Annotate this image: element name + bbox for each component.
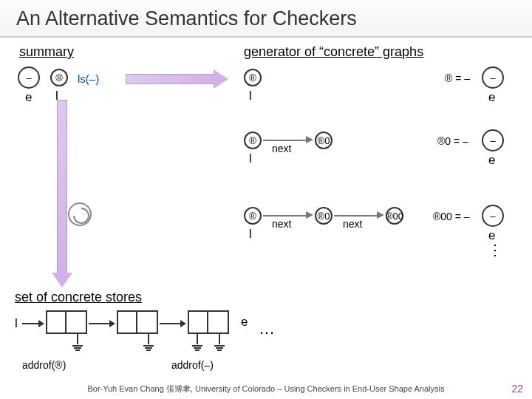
r2-arrow-line — [263, 140, 307, 141]
r3-edge-next2: next — [343, 218, 362, 230]
r2-node-dash: – — [482, 129, 504, 151]
r3-arrow1-head — [306, 211, 313, 219]
r2-eq: ®0 = – — [437, 135, 468, 147]
node-e-dash: – — [18, 66, 40, 89]
r2-edge-next: next — [272, 143, 291, 154]
r3-arrow2-head — [377, 211, 384, 219]
mem-arrow-1 — [22, 323, 38, 324]
mem-cell-2a — [117, 310, 137, 334]
edge-ls-label: ls(–) — [78, 72, 99, 85]
r3-var-e: e — [488, 228, 495, 243]
r3-node-alphap: ®0 — [315, 207, 332, 225]
r3-node-alphapp: ®00 — [386, 207, 403, 225]
ground-2 — [143, 334, 154, 351]
page-title: An Alternative Semantics for Checkers — [0, 0, 532, 38]
page-number: 22 — [511, 383, 523, 395]
r1-node-alpha: ® — [244, 69, 262, 86]
summary-to-generator-arrow — [126, 71, 229, 87]
mem-cell-3a — [188, 310, 208, 334]
mem-cell-1a — [46, 310, 66, 334]
r2-node-alpha: ® — [244, 132, 262, 149]
direction-circle — [68, 202, 92, 226]
generator-label: generator of “concrete” graphs — [244, 44, 423, 60]
r1-node-dash: – — [482, 66, 504, 89]
r3-arrow1-line — [263, 215, 307, 216]
var-e-left: e — [25, 90, 32, 105]
ground-3b — [214, 334, 225, 351]
addrof-alpha: addrof(®) — [22, 359, 66, 371]
summary-label: summary — [19, 44, 74, 60]
r1-eq: ® = – — [445, 72, 470, 84]
r3-node-dash: – — [482, 205, 504, 227]
ground-1 — [72, 334, 83, 351]
summary-to-stores-arrow — [53, 100, 71, 288]
store-var-e: e — [241, 315, 248, 330]
ground-3a — [192, 334, 202, 351]
horizontal-ellipsis: … — [259, 319, 276, 338]
footer-text: Bor-Yuh Evan Chang 張博聿, University of Co… — [0, 383, 532, 395]
r3-var-l: l — [249, 227, 252, 242]
r3-arrow2-line — [334, 215, 378, 216]
r2-var-l: l — [249, 151, 252, 166]
set-of-stores-label: set of concrete stores — [15, 290, 142, 305]
mem-cell-3b — [208, 310, 229, 334]
store-var-l: l — [15, 316, 18, 331]
r2-arrow-head — [306, 136, 313, 143]
addrof-dash: addrof(–) — [171, 359, 214, 371]
vertical-ellipsis: ⋮ — [488, 248, 502, 252]
r2-node-alphap: ®0 — [315, 132, 332, 149]
r2-var-e: e — [488, 153, 495, 168]
r1-var-l: l — [249, 89, 252, 103]
mem-arrow-2 — [89, 323, 109, 324]
r3-node-alpha: ® — [244, 207, 262, 225]
mem-cell-2b — [137, 310, 158, 334]
r1-var-e: e — [488, 90, 495, 105]
mem-cell-1b — [66, 310, 87, 334]
cycle-icon — [69, 204, 93, 228]
node-alpha-left: ® — [50, 69, 68, 86]
r3-eq: ®00 = – — [433, 211, 470, 222]
mem-arrow-3 — [160, 323, 180, 324]
r3-edge-next1: next — [272, 218, 291, 230]
